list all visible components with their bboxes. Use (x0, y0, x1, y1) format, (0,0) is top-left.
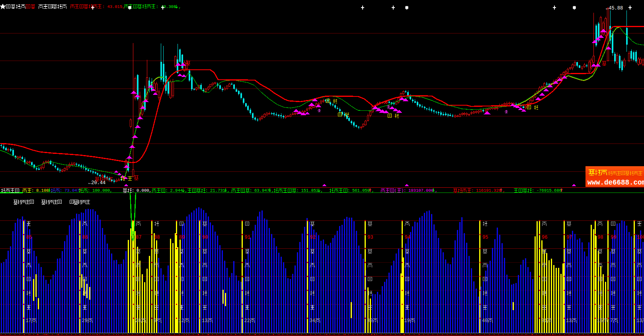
svg-text:30: 30 (367, 318, 373, 324)
svg-text::: : (132, 188, 134, 193)
svg-text:98: 98 (597, 235, 603, 240)
svg-text:,: , (321, 188, 323, 193)
svg-text:40: 40 (482, 318, 488, 324)
svg-text:-76915.680: -76915.680 (537, 188, 562, 193)
svg-text:19: 19 (404, 318, 410, 324)
svg-text::: : (471, 188, 474, 193)
svg-text:13: 13 (566, 318, 572, 324)
svg-text:,: , (271, 188, 274, 193)
svg-text:8.108: 8.108 (36, 188, 49, 193)
svg-text::: : (347, 188, 350, 193)
svg-text:85: 85 (26, 235, 32, 240)
svg-text::: : (404, 188, 406, 193)
svg-text:13: 13 (636, 318, 642, 324)
svg-text:,: , (227, 188, 230, 193)
svg-text:99: 99 (611, 235, 616, 240)
svg-text:9: 9 (154, 318, 156, 324)
svg-text:,: , (185, 188, 187, 193)
svg-text:17: 17 (26, 318, 31, 324)
svg-text:91: 91 (245, 235, 250, 240)
svg-text::: : (532, 188, 534, 193)
svg-text:,: , (179, 4, 181, 9)
svg-text:,: , (435, 188, 437, 193)
svg-text:: 40.308: : 40.308 (156, 4, 176, 9)
svg-text:(: ( (394, 188, 397, 193)
svg-text:88: 88 (154, 235, 160, 240)
svg-text:,: , (503, 188, 505, 193)
svg-text:100: 100 (637, 235, 644, 240)
svg-text:28: 28 (135, 318, 141, 324)
svg-text:90: 90 (202, 235, 208, 240)
svg-text:: 43.015,: : 43.015, (102, 4, 125, 9)
svg-text:100.000,: 100.000, (92, 188, 112, 193)
svg-text:116191.320: 116191.320 (476, 188, 501, 193)
svg-text:193107.000: 193107.000 (408, 188, 433, 193)
svg-text:,: , (372, 188, 374, 193)
svg-text:93: 93 (367, 235, 373, 240)
svg-text:95: 95 (482, 235, 488, 240)
svg-text:96: 96 (542, 235, 547, 240)
svg-text::: : (205, 188, 208, 193)
svg-text:561.059: 561.059 (352, 188, 370, 193)
svg-text::: : (250, 188, 252, 193)
svg-text:151.852: 151.852 (301, 188, 319, 193)
svg-text:12: 12 (179, 318, 184, 324)
svg-text:←45.88: ←45.88 (606, 6, 623, 11)
svg-text:13: 13 (202, 318, 207, 324)
svg-text::: : (297, 188, 299, 193)
svg-text:97: 97 (566, 235, 572, 240)
svg-text::: : (88, 188, 90, 193)
svg-text:34: 34 (310, 318, 315, 324)
svg-text:7: 7 (610, 318, 613, 324)
svg-text:21.731: 21.731 (210, 188, 225, 193)
svg-text:94: 94 (405, 235, 410, 240)
svg-text:www.de6688.com: www.de6688.com (587, 179, 644, 187)
svg-text:73.047: 73.047 (64, 188, 80, 193)
svg-text:87: 87 (136, 235, 141, 240)
svg-text:89: 89 (179, 235, 185, 240)
svg-text::: : (166, 188, 168, 193)
svg-text:22: 22 (244, 318, 250, 324)
svg-text:15: 15 (597, 318, 603, 324)
svg-text::: : (60, 188, 62, 193)
svg-text:63.947: 63.947 (254, 188, 269, 193)
svg-text:86: 86 (82, 235, 88, 240)
svg-text:31: 31 (541, 318, 547, 324)
svg-text::: : (31, 188, 34, 193)
svg-text:2.944: 2.944 (170, 188, 183, 193)
svg-text:92: 92 (310, 235, 316, 240)
svg-text:0.000,: 0.000, (137, 188, 152, 193)
svg-text:29: 29 (82, 318, 88, 324)
